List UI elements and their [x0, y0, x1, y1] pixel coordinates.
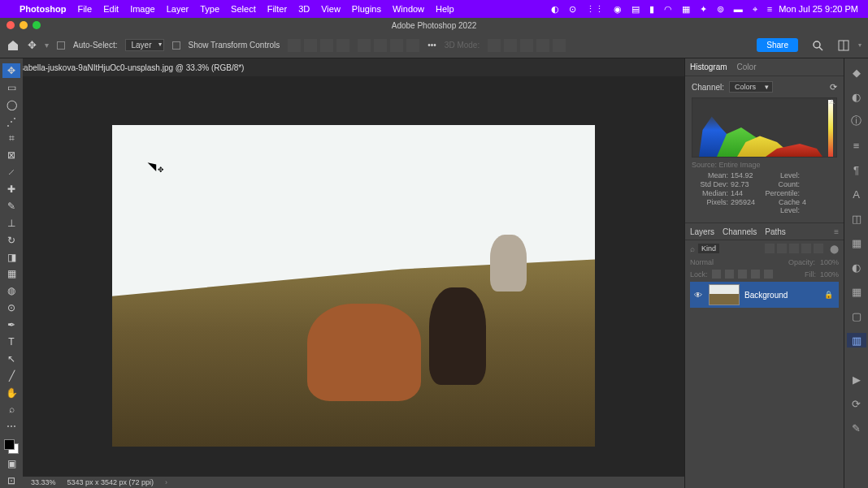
- align-center-icon[interactable]: [304, 39, 317, 52]
- status-chevron-icon[interactable]: ›: [165, 478, 167, 486]
- status-icon[interactable]: ◐: [551, 4, 559, 15]
- panel-icon[interactable]: ◐: [849, 89, 864, 104]
- play-icon[interactable]: ▶: [849, 372, 864, 387]
- color-swatch[interactable]: [4, 439, 19, 454]
- screen-mode[interactable]: ⊡: [2, 473, 20, 488]
- lock-image-icon[interactable]: [725, 270, 734, 279]
- status-icon[interactable]: ▤: [631, 4, 640, 15]
- panel-icon[interactable]: A: [849, 187, 864, 201]
- zoom-tool[interactable]: ⌕: [2, 403, 20, 417]
- status-icon[interactable]: ⋮⋮: [586, 4, 604, 15]
- kind-search-icon[interactable]: ⌕: [690, 244, 695, 253]
- eraser-tool[interactable]: ◨: [2, 250, 20, 265]
- quickmask-toggle[interactable]: ▣: [2, 456, 20, 471]
- panel-icon[interactable]: ◆: [849, 65, 864, 80]
- lock-position-icon[interactable]: [738, 270, 747, 279]
- blur-tool[interactable]: ◍: [2, 283, 20, 298]
- status-icon[interactable]: ◉: [614, 4, 622, 15]
- filter-type-icon[interactable]: [789, 244, 799, 253]
- menubar-status-icons[interactable]: ◐ ⊙ ⋮⋮ ◉ ▤ ▮ ◠ ▦ ✦ ⊚ ▬ ⌖ ≡: [551, 4, 772, 15]
- menu-layer[interactable]: Layer: [167, 4, 189, 14]
- traffic-lights[interactable]: [7, 21, 41, 29]
- menu-view[interactable]: View: [321, 4, 341, 14]
- filter-toggle[interactable]: ⬤: [830, 244, 839, 253]
- filter-smart-icon[interactable]: [814, 244, 823, 253]
- shape-tool[interactable]: ╱: [2, 369, 20, 383]
- layer-thumbnail[interactable]: [709, 284, 740, 305]
- workspace-icon[interactable]: [837, 39, 850, 52]
- pen-tool[interactable]: ✒: [2, 317, 20, 332]
- visibility-icon[interactable]: 👁: [692, 291, 704, 300]
- stamp-tool[interactable]: ⊥: [2, 216, 20, 231]
- panel-icon[interactable]: ◫: [849, 211, 864, 226]
- menu-help[interactable]: Help: [436, 4, 454, 14]
- frame-tool[interactable]: ⊠: [2, 148, 20, 162]
- opacity-value[interactable]: 100%: [820, 258, 839, 266]
- history-brush-tool[interactable]: ↻: [2, 233, 20, 248]
- distribute-icon[interactable]: [390, 39, 403, 52]
- spotlight-icon[interactable]: ⌖: [753, 4, 757, 15]
- edit-toolbar[interactable]: ⋯: [2, 419, 20, 434]
- menubar-clock[interactable]: Mon Jul 25 9:20 PM: [779, 4, 858, 14]
- panel-icon[interactable]: ▦: [849, 235, 864, 250]
- options-more-icon[interactable]: •••: [427, 41, 436, 50]
- brush-tool[interactable]: ✎: [2, 199, 20, 214]
- tab-histogram[interactable]: Histogram: [690, 63, 727, 71]
- maximize-window-button[interactable]: [33, 21, 41, 29]
- document-tab-title[interactable]: isabella-juskova-9aNItHjuOc0-unsplash.jp…: [18, 63, 245, 72]
- lock-icon[interactable]: 🔒: [824, 291, 833, 299]
- status-icon[interactable]: ▮: [649, 4, 654, 15]
- lock-transparent-icon[interactable]: [712, 270, 721, 279]
- panel-icon[interactable]: ◐: [849, 260, 864, 274]
- menu-type[interactable]: Type: [200, 4, 219, 14]
- battery-icon[interactable]: ▬: [734, 4, 743, 14]
- distribute-icon[interactable]: [374, 39, 387, 52]
- menu-window[interactable]: Window: [393, 4, 424, 14]
- lock-artboard-icon[interactable]: [751, 270, 760, 279]
- marquee-tool[interactable]: ▭: [2, 80, 20, 95]
- filter-image-icon[interactable]: [765, 244, 775, 253]
- channel-dropdown[interactable]: Colors: [729, 81, 773, 93]
- path-tool[interactable]: ↖: [2, 352, 20, 366]
- warning-icon[interactable]: ⚠: [829, 98, 835, 106]
- fill-value[interactable]: 100%: [820, 270, 839, 279]
- layer-name[interactable]: Background: [744, 291, 788, 300]
- align-right-icon[interactable]: [320, 39, 333, 52]
- status-icon[interactable]: ⊙: [569, 4, 576, 15]
- workspace-chevron[interactable]: ▾: [858, 41, 861, 49]
- dimensions-readout[interactable]: 5343 px x 3542 px (72 ppi): [67, 478, 154, 486]
- status-icon[interactable]: ✦: [700, 4, 707, 15]
- align-more-icon[interactable]: [336, 39, 349, 52]
- home-icon[interactable]: [7, 39, 20, 52]
- minimize-window-button[interactable]: [20, 21, 28, 29]
- panel-icon[interactable]: ▦: [849, 284, 864, 299]
- refresh-icon[interactable]: ⟳: [830, 82, 837, 93]
- dodge-tool[interactable]: ⊙: [2, 300, 20, 315]
- filter-adjust-icon[interactable]: [777, 244, 787, 253]
- control-center-icon[interactable]: ≡: [767, 4, 772, 14]
- menu-edit[interactable]: Edit: [103, 4, 119, 14]
- panel-menu-icon[interactable]: ≡: [834, 227, 839, 236]
- close-window-button[interactable]: [7, 21, 15, 29]
- heal-tool[interactable]: ✚: [2, 182, 20, 196]
- foreground-color[interactable]: [4, 439, 15, 450]
- distribute-icon[interactable]: [406, 39, 419, 52]
- menu-file[interactable]: File: [77, 4, 92, 14]
- menu-select[interactable]: Select: [231, 4, 256, 14]
- histogram-chart[interactable]: ⚠: [692, 97, 837, 158]
- layer-row-background[interactable]: 👁 Background 🔒: [690, 282, 839, 308]
- filter-shape-icon[interactable]: [801, 244, 811, 253]
- status-icon[interactable]: ▦: [682, 4, 690, 15]
- auto-select-dropdown[interactable]: Layer: [125, 39, 163, 51]
- tab-channels[interactable]: Channels: [723, 227, 757, 236]
- panel-icon[interactable]: ⓘ: [849, 114, 864, 128]
- lasso-tool[interactable]: ◯: [2, 97, 20, 112]
- menu-plugins[interactable]: Plugins: [352, 4, 381, 14]
- panel-icon[interactable]: ▢: [849, 309, 864, 323]
- blend-mode-dropdown[interactable]: Normal: [690, 258, 714, 266]
- panel-icon-active[interactable]: ▥: [847, 333, 866, 348]
- zoom-readout[interactable]: 33.33%: [31, 478, 56, 486]
- type-tool[interactable]: T: [2, 335, 20, 349]
- panel-icon[interactable]: ¶: [849, 162, 864, 177]
- tab-paths[interactable]: Paths: [765, 227, 786, 236]
